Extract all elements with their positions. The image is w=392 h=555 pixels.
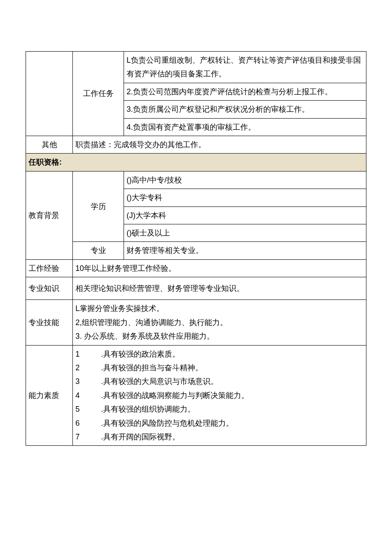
major-label: 专业 xyxy=(73,242,124,259)
table-row: 工作任务 L负责公司重组改制、产权转让、资产转让等资产评估项目和接受非国有资产评… xyxy=(26,52,366,83)
qualifications-header: 任职资格: xyxy=(26,154,366,171)
knowledge-label: 专业知识 xyxy=(26,277,73,300)
degree-option: (J)大学本科 xyxy=(124,206,366,224)
abilities-cell: 1.具有较强的政治素质。 2.具有较强的担当与奋斗精神。 3.具有较强的大局意识… xyxy=(73,345,366,446)
ability-item: 6.具有较强的风险防控与危机处理能力。 xyxy=(75,416,363,430)
task-item: 4.负责国有资产处置事项的审核工作。 xyxy=(124,118,366,136)
major-text: 财务管理等相关专业。 xyxy=(124,242,366,259)
skills-cell: L掌握分管业务实操技术。 2,组织管理能力、沟通协调能力、执行能力。 3. 办公… xyxy=(73,300,366,345)
ability-item: 5.具有较强的组织协调能力。 xyxy=(75,402,363,416)
table-row: 教育背景 学历 ()高中/中专/技校 xyxy=(26,171,366,189)
experience-label: 工作经验 xyxy=(26,259,73,277)
table-row: 专业 财务管理等相关专业。 xyxy=(26,242,366,259)
ability-num: 4 xyxy=(75,389,101,402)
skills-label: 专业技能 xyxy=(26,300,73,345)
knowledge-text: 相关理论知识和经营管理、财务管理等专业知识。 xyxy=(73,277,366,300)
ability-text: .具有较强的组织协调能力。 xyxy=(101,405,195,413)
ability-num: 2 xyxy=(75,361,101,375)
ability-num: 1 xyxy=(75,347,101,361)
skill-item: 3. 办公系统、财务系统及软件应用能力。 xyxy=(75,329,363,343)
cell-blank xyxy=(26,52,73,136)
skill-item: L掌握分管业务实操技术。 xyxy=(75,302,363,315)
table-row: 工作经验 10年以上财务管理工作经验。 xyxy=(26,259,366,277)
other-text: 职责描述：完成领导交办的其他工作。 xyxy=(73,136,366,153)
ability-num: 5 xyxy=(75,402,101,416)
degree-option: ()高中/中专/技校 xyxy=(124,171,366,189)
degree-option: ()硕士及以上 xyxy=(124,224,366,241)
degree-option: ()大学专科 xyxy=(124,189,366,206)
ability-text: .具有较强的担当与奋斗精神。 xyxy=(101,363,203,372)
task-item: L负责公司重组改制、产权转让、资产转让等资产评估项目和接受非国有资产评估的项目备… xyxy=(124,52,366,83)
ability-num: 6 xyxy=(75,416,101,430)
ability-text: .具有开阔的国际视野。 xyxy=(101,433,180,441)
other-label: 其他 xyxy=(26,136,73,153)
ability-item: 1.具有较强的政治素质。 xyxy=(75,347,363,361)
ability-num: 3 xyxy=(75,375,101,388)
ability-item: 2.具有较强的担当与奋斗精神。 xyxy=(75,361,363,375)
education-label: 教育背景 xyxy=(26,171,73,259)
table-row: 专业技能 L掌握分管业务实操技术。 2,组织管理能力、沟通协调能力、执行能力。 … xyxy=(26,300,366,345)
task-item: 2.负责公司范围内年度资产评估统计的检查与分析上报工作。 xyxy=(124,83,366,100)
table-row: 其他 职责描述：完成领导交办的其他工作。 xyxy=(26,136,366,153)
table-row: 专业知识 相关理论知识和经营管理、财务管理等专业知识。 xyxy=(26,277,366,300)
ability-num: 7 xyxy=(75,430,101,444)
ability-item: 4.具有较强的战略洞察能力与判断决策能力。 xyxy=(75,389,363,402)
experience-text: 10年以上财务管理工作经验。 xyxy=(73,259,366,277)
ability-text: .具有较强的政治素质。 xyxy=(101,350,180,358)
table-row: 能力素质 1.具有较强的政治素质。 2.具有较强的担当与奋斗精神。 3.具有较强… xyxy=(26,345,366,446)
job-spec-table: 工作任务 L负责公司重组改制、产权转让、资产转让等资产评估项目和接受非国有资产评… xyxy=(26,51,366,446)
ability-item: 7.具有开阔的国际视野。 xyxy=(75,430,363,444)
ability-text: .具有较强的风险防控与危机处理能力。 xyxy=(101,419,233,427)
skill-item: 2,组织管理能力、沟通协调能力、执行能力。 xyxy=(75,316,363,329)
section-header-row: 任职资格: xyxy=(26,154,366,171)
ability-item: 3.具有较强的大局意识与市场意识。 xyxy=(75,375,363,388)
ability-text: .具有较强的战略洞察能力与判断决策能力。 xyxy=(101,391,249,400)
abilities-label: 能力素质 xyxy=(26,345,73,446)
tasks-label: 工作任务 xyxy=(73,52,124,136)
task-item: 3.负责所属公司产权登记和产权状况分析的审核工作。 xyxy=(124,101,366,118)
degree-label: 学历 xyxy=(73,171,124,242)
ability-text: .具有较强的大局意识与市场意识。 xyxy=(101,377,218,386)
